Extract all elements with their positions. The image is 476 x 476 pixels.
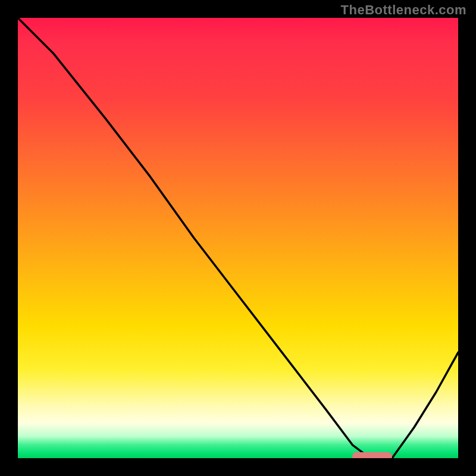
watermark-text: TheBottleneck.com: [341, 2, 466, 18]
chart-frame: TheBottleneck.com: [0, 0, 476, 476]
optimal-range-marker: [352, 452, 392, 458]
curve-layer: [18, 18, 458, 458]
plot-area: [18, 18, 458, 458]
bottleneck-curve: [18, 18, 458, 458]
